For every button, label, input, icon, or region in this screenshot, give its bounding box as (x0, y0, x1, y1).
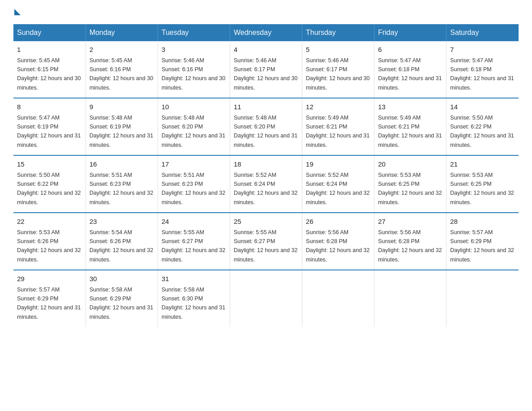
day-cell: 12Sunrise: 5:49 AMSunset: 6:21 PMDayligh… (302, 98, 374, 155)
day-info: Sunrise: 5:46 AMSunset: 6:16 PMDaylight:… (162, 57, 225, 91)
day-cell: 16Sunrise: 5:51 AMSunset: 6:23 PMDayligh… (86, 155, 158, 213)
day-cell: 22Sunrise: 5:53 AMSunset: 6:26 PMDayligh… (13, 213, 86, 270)
day-cell: 19Sunrise: 5:52 AMSunset: 6:24 PMDayligh… (302, 155, 374, 213)
day-cell: 1Sunrise: 5:45 AMSunset: 6:15 PMDaylight… (13, 41, 86, 98)
day-info: Sunrise: 5:57 AMSunset: 6:29 PMDaylight:… (17, 287, 81, 320)
day-cell: 7Sunrise: 5:47 AMSunset: 6:18 PMDaylight… (446, 41, 519, 98)
day-number: 25 (234, 217, 298, 227)
day-info: Sunrise: 5:49 AMSunset: 6:21 PMDaylight:… (306, 115, 369, 148)
day-number: 7 (450, 45, 515, 55)
day-info: Sunrise: 5:50 AMSunset: 6:22 PMDaylight:… (17, 172, 81, 206)
header-tuesday: Tuesday (158, 24, 230, 41)
day-info: Sunrise: 5:57 AMSunset: 6:29 PMDaylight:… (450, 229, 514, 263)
day-number: 22 (17, 217, 82, 227)
day-cell: 14Sunrise: 5:50 AMSunset: 6:22 PMDayligh… (446, 98, 519, 155)
page-header (13, 9, 519, 15)
day-number: 8 (17, 102, 82, 112)
day-info: Sunrise: 5:48 AMSunset: 6:20 PMDaylight:… (162, 115, 225, 148)
day-cell (446, 270, 519, 327)
day-cell: 18Sunrise: 5:52 AMSunset: 6:24 PMDayligh… (230, 155, 302, 213)
header-sunday: Sunday (13, 24, 86, 41)
day-number: 23 (90, 217, 154, 227)
day-cell: 2Sunrise: 5:45 AMSunset: 6:16 PMDaylight… (86, 41, 158, 98)
day-info: Sunrise: 5:46 AMSunset: 6:17 PMDaylight:… (234, 57, 297, 91)
day-cell: 13Sunrise: 5:49 AMSunset: 6:21 PMDayligh… (374, 98, 446, 155)
day-cell: 4Sunrise: 5:46 AMSunset: 6:17 PMDaylight… (230, 41, 302, 98)
day-info: Sunrise: 5:46 AMSunset: 6:17 PMDaylight:… (306, 57, 369, 91)
day-cell: 26Sunrise: 5:56 AMSunset: 6:28 PMDayligh… (302, 213, 374, 270)
day-cell: 3Sunrise: 5:46 AMSunset: 6:16 PMDaylight… (158, 41, 230, 98)
day-info: Sunrise: 5:51 AMSunset: 6:23 PMDaylight:… (90, 172, 153, 206)
day-cell: 5Sunrise: 5:46 AMSunset: 6:17 PMDaylight… (302, 41, 374, 98)
day-info: Sunrise: 5:48 AMSunset: 6:20 PMDaylight:… (234, 115, 297, 148)
day-number: 16 (90, 159, 154, 170)
day-cell: 31Sunrise: 5:58 AMSunset: 6:30 PMDayligh… (158, 270, 230, 327)
day-cell: 25Sunrise: 5:55 AMSunset: 6:27 PMDayligh… (230, 213, 302, 270)
calendar-body: 1Sunrise: 5:45 AMSunset: 6:15 PMDaylight… (13, 41, 519, 327)
day-number: 17 (162, 159, 226, 170)
day-info: Sunrise: 5:58 AMSunset: 6:30 PMDaylight:… (162, 287, 225, 320)
week-row-4: 22Sunrise: 5:53 AMSunset: 6:26 PMDayligh… (13, 213, 519, 270)
day-number: 13 (378, 102, 442, 112)
day-info: Sunrise: 5:45 AMSunset: 6:15 PMDaylight:… (17, 57, 81, 91)
day-number: 20 (378, 159, 442, 170)
day-info: Sunrise: 5:49 AMSunset: 6:21 PMDaylight:… (378, 115, 442, 148)
day-cell: 21Sunrise: 5:53 AMSunset: 6:25 PMDayligh… (446, 155, 519, 213)
day-number: 11 (234, 102, 298, 112)
day-number: 10 (162, 102, 226, 112)
logo-arrow-icon (14, 9, 21, 15)
day-cell: 11Sunrise: 5:48 AMSunset: 6:20 PMDayligh… (230, 98, 302, 155)
day-cell: 29Sunrise: 5:57 AMSunset: 6:29 PMDayligh… (13, 270, 86, 327)
week-row-1: 1Sunrise: 5:45 AMSunset: 6:15 PMDaylight… (13, 41, 519, 98)
day-info: Sunrise: 5:47 AMSunset: 6:19 PMDaylight:… (17, 115, 81, 148)
day-cell: 28Sunrise: 5:57 AMSunset: 6:29 PMDayligh… (446, 213, 519, 270)
day-number: 21 (450, 159, 515, 170)
day-info: Sunrise: 5:50 AMSunset: 6:22 PMDaylight:… (450, 115, 514, 148)
day-info: Sunrise: 5:51 AMSunset: 6:23 PMDaylight:… (162, 172, 225, 206)
day-number: 1 (17, 45, 82, 55)
day-number: 19 (306, 159, 370, 170)
day-number: 14 (450, 102, 515, 112)
day-number: 27 (378, 217, 442, 227)
day-number: 9 (90, 102, 154, 112)
day-cell: 9Sunrise: 5:48 AMSunset: 6:19 PMDaylight… (86, 98, 158, 155)
day-info: Sunrise: 5:47 AMSunset: 6:18 PMDaylight:… (450, 57, 514, 91)
day-cell (230, 270, 302, 327)
day-info: Sunrise: 5:55 AMSunset: 6:27 PMDaylight:… (234, 229, 297, 263)
header-row: SundayMondayTuesdayWednesdayThursdayFrid… (13, 24, 519, 41)
day-cell: 30Sunrise: 5:58 AMSunset: 6:29 PMDayligh… (86, 270, 158, 327)
calendar-header: SundayMondayTuesdayWednesdayThursdayFrid… (13, 24, 519, 41)
day-cell: 27Sunrise: 5:56 AMSunset: 6:28 PMDayligh… (374, 213, 446, 270)
header-wednesday: Wednesday (230, 24, 302, 41)
day-cell (374, 270, 446, 327)
day-number: 28 (450, 217, 515, 227)
week-row-5: 29Sunrise: 5:57 AMSunset: 6:29 PMDayligh… (13, 270, 519, 327)
week-row-2: 8Sunrise: 5:47 AMSunset: 6:19 PMDaylight… (13, 98, 519, 155)
day-cell: 20Sunrise: 5:53 AMSunset: 6:25 PMDayligh… (374, 155, 446, 213)
day-cell (302, 270, 374, 327)
day-info: Sunrise: 5:53 AMSunset: 6:26 PMDaylight:… (17, 229, 81, 263)
day-cell: 17Sunrise: 5:51 AMSunset: 6:23 PMDayligh… (158, 155, 230, 213)
day-number: 26 (306, 217, 370, 227)
day-cell: 23Sunrise: 5:54 AMSunset: 6:26 PMDayligh… (86, 213, 158, 270)
day-info: Sunrise: 5:56 AMSunset: 6:28 PMDaylight:… (306, 229, 369, 263)
day-info: Sunrise: 5:47 AMSunset: 6:18 PMDaylight:… (378, 57, 442, 91)
day-info: Sunrise: 5:52 AMSunset: 6:24 PMDaylight:… (234, 172, 297, 206)
day-number: 31 (162, 274, 226, 284)
day-info: Sunrise: 5:48 AMSunset: 6:19 PMDaylight:… (90, 115, 153, 148)
day-cell: 15Sunrise: 5:50 AMSunset: 6:22 PMDayligh… (13, 155, 86, 213)
day-number: 4 (234, 45, 298, 55)
header-friday: Friday (374, 24, 446, 41)
day-cell: 6Sunrise: 5:47 AMSunset: 6:18 PMDaylight… (374, 41, 446, 98)
day-number: 29 (17, 274, 82, 284)
day-cell: 8Sunrise: 5:47 AMSunset: 6:19 PMDaylight… (13, 98, 86, 155)
day-info: Sunrise: 5:53 AMSunset: 6:25 PMDaylight:… (378, 172, 442, 206)
day-info: Sunrise: 5:56 AMSunset: 6:28 PMDaylight:… (378, 229, 442, 263)
logo (13, 9, 21, 15)
day-number: 2 (90, 45, 154, 55)
day-info: Sunrise: 5:58 AMSunset: 6:29 PMDaylight:… (90, 287, 153, 320)
week-row-3: 15Sunrise: 5:50 AMSunset: 6:22 PMDayligh… (13, 155, 519, 213)
header-monday: Monday (86, 24, 158, 41)
header-thursday: Thursday (302, 24, 374, 41)
day-info: Sunrise: 5:53 AMSunset: 6:25 PMDaylight:… (450, 172, 514, 206)
